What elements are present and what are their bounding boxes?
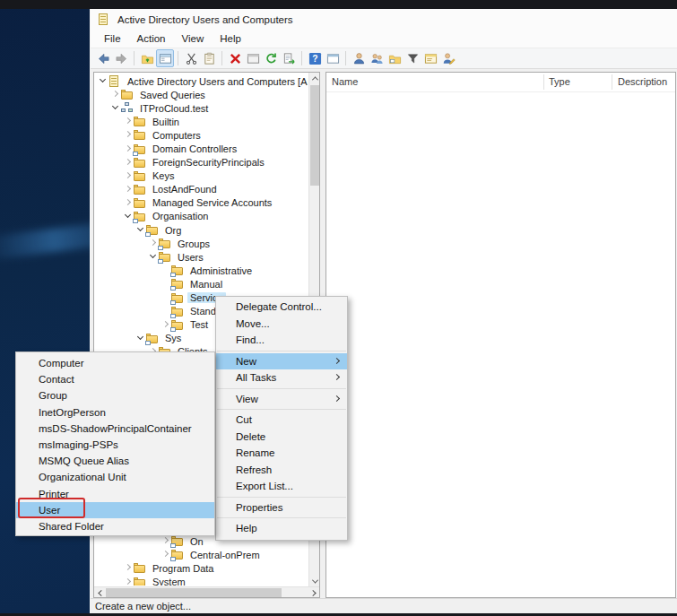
chevron-down-icon[interactable]	[124, 213, 132, 221]
delegate-icon[interactable]	[439, 49, 457, 67]
horizontal-scroll-thumb[interactable]	[106, 588, 282, 597]
chevron-right-icon[interactable]	[124, 564, 132, 572]
back-icon[interactable]	[94, 49, 112, 67]
export-list-icon[interactable]	[280, 49, 298, 67]
column-type[interactable]: Type	[549, 76, 570, 87]
context-menu-item-rename[interactable]: Rename	[216, 445, 347, 462]
menu-file[interactable]: File	[97, 31, 128, 46]
tree-item-org[interactable]: Org	[95, 223, 308, 237]
tree-item-manual[interactable]: Manual	[95, 277, 308, 291]
chevron-right-icon[interactable]	[161, 537, 169, 545]
chevron-right-icon[interactable]	[161, 551, 169, 559]
chevron-down-icon[interactable]	[99, 77, 107, 85]
chevron-down-icon[interactable]	[111, 104, 119, 112]
up-one-level-icon[interactable]	[138, 49, 156, 67]
tree-item-groups[interactable]: Groups	[95, 237, 308, 250]
tree-item-system[interactable]: System	[95, 575, 308, 586]
chevron-right-icon[interactable]	[149, 239, 157, 247]
help-icon[interactable]: ?	[306, 49, 324, 67]
column-divider[interactable]	[543, 74, 544, 90]
new-ou-icon[interactable]	[386, 49, 404, 67]
chevron-right-icon[interactable]	[124, 199, 132, 207]
chevron-right-icon[interactable]	[161, 321, 169, 329]
context-menu-item-delegate-control-[interactable]: Delegate Control...	[216, 299, 347, 316]
object-list-panel: Name Type Description	[325, 72, 676, 598]
new-group-icon[interactable]	[368, 49, 386, 67]
tree-item-keys[interactable]: Keys	[95, 169, 308, 183]
context-menu-item-move-[interactable]: Move...	[216, 316, 347, 333]
chevron-down-icon[interactable]	[149, 253, 157, 261]
vertical-scroll-thumb[interactable]	[310, 85, 319, 186]
scroll-up-button[interactable]	[309, 73, 320, 83]
paste-icon[interactable]	[200, 49, 218, 67]
chevron-down-icon[interactable]	[136, 334, 144, 343]
context-menu-item-all-tasks[interactable]: All Tasks	[216, 369, 347, 386]
show-console-tree-icon[interactable]	[156, 49, 174, 67]
tree-horizontal-scrollbar[interactable]	[94, 586, 319, 597]
chevron-right-icon[interactable]	[124, 117, 132, 126]
context-menu-item-properties[interactable]: Properties	[216, 499, 347, 516]
scroll-down-button[interactable]	[309, 576, 320, 586]
chevron-right-icon[interactable]	[124, 186, 132, 194]
cut-icon[interactable]	[182, 49, 200, 67]
tree-item-organisation[interactable]: Organisation	[95, 210, 308, 223]
refresh-icon[interactable]	[262, 49, 280, 67]
context-menu-item-find-[interactable]: Find...	[216, 332, 347, 349]
new-submenu-item-shared-folder[interactable]: Shared Folder	[16, 518, 214, 534]
tree-item-managed-service-accounts[interactable]: Managed Service Accounts	[95, 196, 308, 210]
tree-item-central-onprem[interactable]: Central-onPrem	[95, 548, 308, 561]
context-menu-item-cut[interactable]: Cut	[216, 412, 347, 429]
column-description[interactable]: Description	[618, 76, 667, 87]
menu-action[interactable]: Action	[130, 31, 173, 46]
scroll-right-button[interactable]	[308, 587, 319, 598]
chevron-right-icon[interactable]	[124, 145, 132, 153]
chevron-right-icon[interactable]	[111, 91, 119, 99]
filter-icon[interactable]	[404, 49, 421, 67]
tree-item-administrative[interactable]: Administrative	[95, 264, 308, 277]
chevron-down-icon[interactable]	[136, 226, 144, 234]
tree-item-saved-queries[interactable]: Saved Queries	[95, 88, 308, 101]
properties-sheet-icon[interactable]	[421, 49, 439, 67]
delete-icon[interactable]	[226, 49, 244, 67]
context-menu-item-export-list-[interactable]: Export List...	[216, 478, 347, 495]
tree-item-builtin[interactable]: Builtin	[95, 115, 308, 128]
context-menu-item-delete[interactable]: Delete	[216, 429, 347, 446]
tree-item-users[interactable]: Users	[95, 250, 308, 264]
tree-item-program-data[interactable]: Program Data	[95, 561, 308, 575]
chevron-right-icon[interactable]	[124, 172, 132, 180]
context-menu-item-help[interactable]: Help	[216, 520, 347, 537]
chevron-right-icon[interactable]	[124, 578, 132, 586]
scroll-left-button[interactable]	[94, 587, 105, 598]
svg-text:?: ?	[312, 54, 317, 64]
chevron-right-icon[interactable]	[124, 131, 132, 139]
tree-item-lostandfound[interactable]: LostAndFound	[95, 183, 308, 196]
forward-icon[interactable]	[112, 49, 130, 67]
title-bar[interactable]: Active Directory Users and Computers	[91, 9, 677, 30]
new-submenu-item-contact[interactable]: Contact	[16, 371, 214, 387]
new-submenu-item-group[interactable]: Group	[16, 387, 214, 403]
menu-help[interactable]: Help	[213, 31, 248, 46]
new-submenu-item-computer[interactable]: Computer	[16, 355, 214, 371]
menu-view[interactable]: View	[175, 31, 212, 46]
context-menu-item-refresh[interactable]: Refresh	[216, 462, 347, 479]
new-submenu-item-organizational-unit[interactable]: Organizational Unit	[16, 469, 214, 485]
tree-item-itprocloud-test[interactable]: ITProCloud.test	[95, 101, 308, 115]
new-submenu-item-msimaging-psps[interactable]: msImaging-PSPs	[16, 437, 214, 453]
tree-item-active-directory-users-and-computers-ads[interactable]: Active Directory Users and Computers [AD…	[95, 74, 308, 88]
window-icon[interactable]	[324, 49, 342, 67]
tree-item-foreignsecurityprincipals[interactable]: ForeignSecurityPrincipals	[95, 156, 308, 169]
new-submenu-item-msmq-queue-alias[interactable]: MSMQ Queue Alias	[16, 453, 214, 469]
chevron-right-icon[interactable]	[124, 159, 132, 167]
context-menu-item-view[interactable]: View	[216, 391, 347, 408]
column-name[interactable]: Name	[332, 76, 358, 87]
menu-item-label: msDS-ShadowPrincipalContainer	[39, 423, 192, 434]
tree-item-domain-controllers[interactable]: Domain Controllers	[95, 142, 308, 155]
column-divider[interactable]	[612, 74, 612, 90]
new-user-icon[interactable]	[350, 49, 368, 67]
tree-item-computers[interactable]: Computers	[95, 128, 308, 142]
context-menu-item-new[interactable]: New	[216, 353, 347, 370]
properties-window-icon[interactable]	[244, 49, 262, 67]
new-submenu-item-msds-shadowprincipalcontainer[interactable]: msDS-ShadowPrincipalContainer	[16, 421, 214, 437]
new-submenu-item-inetorgperson[interactable]: InetOrgPerson	[16, 404, 214, 421]
submenu-arrow-icon	[334, 395, 340, 401]
